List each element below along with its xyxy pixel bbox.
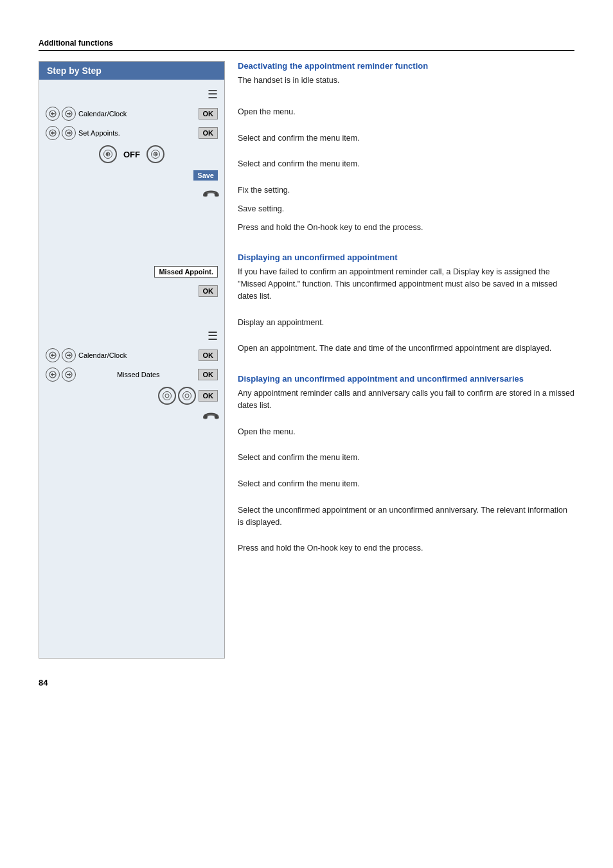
nav-circle-right-3 xyxy=(62,348,76,362)
displaying-unconfirmed-anniversaries-intro: Any appointment reminder calls and anniv… xyxy=(238,387,574,412)
section-deactivating: Deactivating the appointment reminder fu… xyxy=(238,61,574,233)
off-label: OFF xyxy=(123,150,140,159)
step-row-off: OFF xyxy=(39,143,224,166)
displaying-unconfirmed-title: Displaying an unconfirmed appointment xyxy=(238,252,574,262)
step-row-missed-appoint: Missed Appoint. xyxy=(39,262,224,281)
nav-circle-left-4 xyxy=(46,368,60,382)
save-button[interactable]: Save xyxy=(193,170,218,181)
step-action-menu1: ☰ xyxy=(208,87,218,102)
step-text-open-menu-2: Open the menu. xyxy=(238,426,574,438)
big-nav-right xyxy=(147,145,164,163)
svg-point-30 xyxy=(165,394,169,398)
big-nav-5b xyxy=(178,387,196,405)
svg-marker-2 xyxy=(51,112,53,116)
step-row-nav-nav-ok: OK xyxy=(39,384,224,407)
svg-marker-20 xyxy=(51,353,53,357)
svg-marker-23 xyxy=(69,353,71,357)
nav-circle-left-1 xyxy=(46,107,60,121)
nav-circle-left-2 xyxy=(46,126,60,140)
page-number: 84 xyxy=(39,678,574,687)
step-text-end-process-2: Press and hold the On-hook key to end th… xyxy=(238,542,574,554)
big-nav-inner-5a xyxy=(163,391,172,400)
step-row-calendar1: Calendar/Clock OK xyxy=(39,104,224,123)
nav-duo-5 xyxy=(158,387,196,405)
set-appoints-label: Set Appoints. xyxy=(78,129,199,137)
big-nav-left xyxy=(99,145,117,163)
step-text-open-appointment: Open an appointment. The date and time o… xyxy=(238,342,574,355)
ok-button-5[interactable]: OK xyxy=(198,369,218,380)
nav-circle-right-2 xyxy=(62,126,76,140)
deactivating-title: Deactivating the appointment reminder fu… xyxy=(238,61,574,71)
step-text-display-appointment: Display an appointment. xyxy=(238,317,574,329)
step-text-end-process-1: Press and hold the On-hook key to end th… xyxy=(238,222,574,234)
missed-dates-label: Missed Dates xyxy=(117,371,160,378)
page: Additional functions Step by Step ☰ xyxy=(0,0,613,713)
big-nav-5a xyxy=(158,387,176,405)
svg-marker-8 xyxy=(51,131,53,135)
deactivating-intro: The handset is in idle status. xyxy=(238,75,574,87)
section-header: Additional functions xyxy=(39,39,574,51)
missed-appoint-display: Missed Appoint. xyxy=(154,266,218,278)
step-by-step-title: Step by Step xyxy=(39,62,224,80)
step-text-fix-setting: Fix the setting. xyxy=(238,184,574,197)
displaying-unconfirmed-anniversaries-title: Displaying an unconfirmed appointment an… xyxy=(238,374,574,384)
section-displaying-unconfirmed-anniversaries: Displaying an unconfirmed appointment an… xyxy=(238,374,574,554)
big-nav-inner-left xyxy=(103,150,112,159)
nav-duo-3 xyxy=(46,348,76,362)
nav-duo-4 xyxy=(46,368,76,382)
step-row-save: Save xyxy=(39,166,224,185)
right-column: Deactivating the appointment reminder fu… xyxy=(225,61,574,659)
step-row-menu1: ☰ xyxy=(39,85,224,104)
big-nav-inner-right xyxy=(151,150,160,159)
menu-icon-1: ☰ xyxy=(208,87,218,102)
svg-marker-5 xyxy=(69,112,71,116)
svg-marker-29 xyxy=(69,373,71,376)
nav-circle-left-3 xyxy=(46,348,60,362)
step-text-save-setting: Save setting. xyxy=(238,203,574,215)
left-column: Step by Step ☰ xyxy=(39,61,225,659)
nav-duo-2 xyxy=(46,126,76,140)
calendar-clock-label-1: Calendar/Clock xyxy=(78,110,199,118)
step-row-hangup1: 📞 xyxy=(39,185,224,204)
hangup-icon-2: 📞 xyxy=(200,407,220,427)
section-displaying-unconfirmed: Displaying an unconfirmed appointment If… xyxy=(238,252,574,355)
step-text-select-calendar-2: Select and confirm the menu item. xyxy=(238,452,574,464)
main-container: Step by Step ☰ xyxy=(39,61,574,659)
ok-button-2[interactable]: OK xyxy=(199,127,218,139)
step-text-select-missed-dates: Select and confirm the menu item. xyxy=(238,478,574,490)
svg-marker-11 xyxy=(69,131,71,135)
menu-icon-2: ☰ xyxy=(208,329,218,343)
big-nav-inner-5b xyxy=(182,391,191,400)
step-text-open-menu-1: Open the menu. xyxy=(238,106,574,118)
step-row-menu2: ☰ xyxy=(39,326,224,346)
ok-button-3[interactable]: OK xyxy=(199,285,218,297)
step-text-select-calendar: Select and confirm the menu item. xyxy=(238,132,574,145)
displaying-unconfirmed-intro: If you have failed to confirm an appoint… xyxy=(238,266,574,302)
ok-button-4[interactable]: OK xyxy=(199,350,218,361)
step-by-step-box: Step by Step ☰ xyxy=(39,61,225,659)
nav-circle-right-4 xyxy=(62,368,76,382)
step-by-step-content: ☰ Calendar/Clock xyxy=(39,80,224,658)
ok-button-1[interactable]: OK xyxy=(199,108,218,120)
nav-circle-right-1 xyxy=(62,107,76,121)
step-action-menu2: ☰ xyxy=(208,329,218,343)
step-row-ok-only: OK xyxy=(39,281,224,301)
step-text-select-setappoints: Select and confirm the menu item. xyxy=(238,158,574,170)
svg-marker-26 xyxy=(51,373,53,376)
step-row-hangup2: 📞 xyxy=(39,407,224,427)
hangup-icon-1: 📞 xyxy=(200,184,220,204)
svg-point-31 xyxy=(185,394,189,398)
step-row-setappoints: Set Appoints. OK xyxy=(39,123,224,143)
ok-button-6[interactable]: OK xyxy=(199,390,218,402)
nav-duo-1 xyxy=(46,107,76,121)
step-text-select-unconfirmed: Select the unconfirmed appointment or an… xyxy=(238,504,574,529)
step-row-calendar2: Calendar/Clock OK xyxy=(39,346,224,365)
calendar-clock-label-2: Calendar/Clock xyxy=(78,351,199,359)
step-row-missed-dates: Missed Dates OK xyxy=(39,365,224,384)
